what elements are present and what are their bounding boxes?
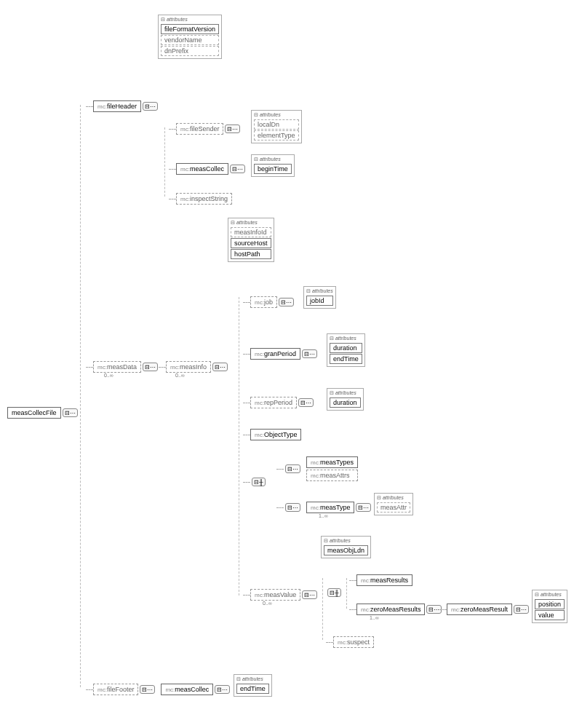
measCollec2-node: mc:measCollec [161, 684, 213, 695]
fileHeader-node: mc:fileHeader [93, 100, 141, 112]
attr-dnPrefix: dnPrefix [161, 46, 219, 56]
measResults-node: mc:measResults [356, 574, 412, 586]
attr-duration: duration [330, 343, 362, 353]
attr-label: attributes [535, 592, 565, 598]
choice-connector: ⊟╫ [327, 588, 341, 597]
occ-zeroMeasResults: 1..∞ [370, 615, 379, 620]
attr-endTime2: endTime [236, 684, 269, 694]
attr-label: attributes [377, 495, 410, 501]
inspectString-node: mc:inspectString [176, 193, 232, 205]
attr-fileFormatVersion: fileFormatVersion [161, 24, 219, 34]
seq-connector: ⊟⋯ [143, 102, 158, 111]
fileFooter-node: mc:fileFooter [93, 684, 138, 695]
attr-group-fileSender: attributes localDn elementType [251, 110, 302, 143]
attr-measObjLdn: measObjLdn [324, 545, 368, 555]
attr-vendorName: vendorName [161, 35, 219, 45]
seq-connector: ⊟⋯ [302, 590, 317, 599]
attr-position: position [535, 599, 565, 609]
choice-connector: ⊟╫ [252, 478, 266, 486]
occ-measInfo: 0..∞ [175, 373, 185, 378]
seq-connector: ⊟⋯ [143, 363, 158, 371]
granPeriod-node: mc:granPeriod [250, 348, 300, 360]
attr-label: attributes [161, 17, 219, 23]
attr-label: attributes [254, 157, 292, 162]
branch-line [239, 297, 239, 596]
attr-label: attributes [236, 676, 269, 682]
attr-endTime: endTime [330, 354, 362, 364]
seq-connector: ⊟⋯ [212, 363, 228, 371]
zeroMeasResults-node: mc:zeroMeasResults [356, 604, 425, 615]
seq-connector: ⊟⋯ [225, 124, 240, 133]
attr-measInfoId: measInfoId [231, 227, 271, 237]
attr-group-measType: attributes measAttr [374, 493, 413, 515]
attr-label: attributes [324, 538, 368, 544]
schema-diagram: measCollecFile ⊟⋯ mc:fileHeader ⊟⋯ attri… [6, 6, 576, 722]
repPeriod-node: mc:repPeriod [250, 397, 297, 408]
attr-label: attributes [330, 336, 362, 341]
seq-connector: ⊟⋯ [285, 464, 300, 473]
seq-connector: ⊟⋯ [279, 298, 294, 306]
branch-line [80, 105, 81, 687]
attr-group-measCollec1: attributes beginTime [251, 154, 295, 177]
attr-elementType: elementType [254, 130, 299, 141]
seq-connector: ⊟⋯ [215, 685, 230, 694]
zeroMeasResult-node: mc:zeroMeasResult [447, 604, 512, 615]
attr-label: attributes [254, 112, 299, 118]
branch-line [346, 578, 347, 609]
attr-measAttr: measAttr [377, 502, 410, 513]
occ-measValue: 0..∞ [263, 601, 272, 606]
branch-line [322, 578, 323, 640]
attr-hostPath: hostPath [231, 249, 271, 259]
attr-group-job: attributes jobId [303, 286, 336, 309]
measInfo-node: mc:measInfo [166, 361, 211, 373]
attr-group-repPeriod: attributes duration [327, 388, 364, 411]
seq-connector: ⊟⋯ [230, 165, 245, 173]
attr-group-measValue: attributes measObjLdn [321, 536, 371, 558]
suspect-node: mc:suspect [333, 636, 374, 648]
attr-jobId: jobId [306, 296, 333, 306]
seq-connector: ⊟⋯ [356, 503, 371, 512]
seq-connector: ⊟⋯ [63, 408, 78, 417]
branch-line [164, 127, 165, 197]
attr-group-fileHeader: attributes fileFormatVersion vendorName … [158, 15, 222, 59]
job-node: mc:job [250, 296, 277, 308]
attr-localDn: localDn [254, 119, 299, 130]
measData-node: mc:measData [93, 361, 141, 373]
measTypes-node: mc:measTypes [306, 456, 358, 468]
seq-connector: ⊟⋯ [514, 605, 529, 614]
measAttrs-node: mc:measAttrs [306, 470, 358, 481]
occ-measData: 0..∞ [104, 373, 113, 378]
measType-node: mc:measType [306, 502, 354, 513]
ObjectType-node: mc:ObjectType [250, 429, 301, 440]
seq-connector: ⊟⋯ [285, 503, 300, 512]
attr-group-measInfo: attributes measInfoId sourceHost hostPat… [228, 218, 274, 262]
root-node: measCollecFile [7, 407, 61, 419]
attr-duration2: duration [330, 397, 361, 408]
seq-connector: ⊟⋯ [298, 398, 314, 407]
attr-group-zeroMeasResult: attributes position value [532, 590, 567, 623]
measValue-node: mc:measValue [250, 589, 300, 601]
seq-connector: ⊟⋯ [140, 685, 155, 694]
seq-connector: ⊟⋯ [302, 349, 317, 358]
measCollec1-node: mc:measCollec [176, 163, 228, 175]
attr-value: value [535, 610, 565, 620]
attr-label: attributes [306, 288, 333, 294]
attr-sourceHost: sourceHost [231, 238, 271, 248]
attr-group-measCollec2: attributes endTime [234, 674, 272, 697]
attr-group-granPeriod: attributes duration endTime [327, 333, 365, 367]
fileSender-node: mc:fileSender [176, 123, 223, 135]
attr-label: attributes [231, 220, 271, 226]
attr-beginTime: beginTime [254, 164, 292, 174]
attr-label: attributes [330, 390, 361, 396]
occ-measType: 1..∞ [319, 513, 328, 518]
